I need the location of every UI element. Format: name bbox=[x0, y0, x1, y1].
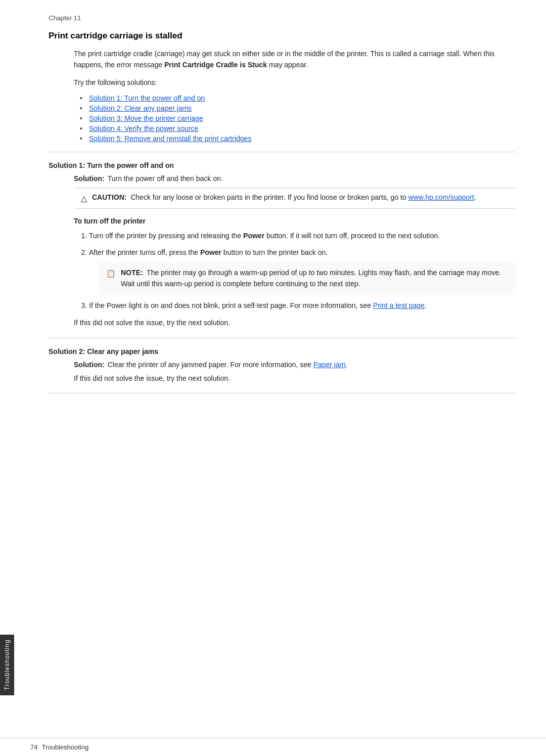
step1-suffix: button. If it will not turn off, proceed… bbox=[264, 232, 440, 240]
sol1-text: Turn the power off and then back on. bbox=[108, 174, 223, 183]
list-item: Solution 1: Turn the power off and on bbox=[89, 94, 516, 102]
sol1-heading: Solution 1: Turn the power off and on bbox=[49, 161, 516, 169]
step2-bold: Power bbox=[200, 248, 221, 256]
solution-1-link[interactable]: Solution 1: Turn the power off and on bbox=[89, 94, 205, 102]
footer-text: Troubleshooting bbox=[41, 743, 88, 751]
note-label: NOTE: bbox=[121, 269, 143, 277]
footer: 74 Troubleshooting bbox=[0, 738, 546, 756]
intro-bold: Print Cartridge Cradle is Stuck bbox=[164, 61, 267, 69]
sol2-text: Clear the printer of any jammed paper. F… bbox=[108, 361, 348, 369]
divider-2 bbox=[49, 338, 516, 338]
step-2: After the printer turns off, press the P… bbox=[89, 247, 516, 295]
sol1-label: Solution: bbox=[74, 174, 105, 183]
footer-page-number: 74 bbox=[30, 743, 37, 751]
sol2-link[interactable]: Paper jam bbox=[313, 361, 346, 369]
sol2-solution: Solution: Clear the printer of any jamme… bbox=[74, 361, 516, 369]
list-item: Solution 4: Verify the power source bbox=[89, 124, 516, 132]
note-content: NOTE: The printer may go through a warm-… bbox=[121, 267, 509, 290]
sol2-heading: Solution 2: Clear any paper jams bbox=[49, 347, 516, 355]
page-title: Print cartridge carriage is stalled bbox=[49, 31, 516, 41]
step1-text: Turn off the printer by pressing and rel… bbox=[89, 232, 243, 240]
step2-text: After the printer turns off, press the bbox=[89, 248, 200, 256]
divider-1 bbox=[49, 152, 516, 152]
note-text: The printer may go through a warm-up per… bbox=[121, 269, 501, 288]
chapter-label: Chapter 11 bbox=[49, 14, 516, 22]
list-item: Solution 3: Move the printer carriage bbox=[89, 114, 516, 122]
step3-suffix: . bbox=[425, 301, 427, 309]
side-tab: Troubleshooting bbox=[0, 635, 14, 695]
solution-4-link[interactable]: Solution 4: Verify the power source bbox=[89, 124, 198, 132]
to-turn-off-heading: To turn off the printer bbox=[74, 217, 516, 225]
step2-suffix: button to turn the printer back on. bbox=[221, 248, 328, 256]
if-not-solved-1: If this did not solve the issue, try the… bbox=[74, 317, 516, 328]
caution-icon: △ bbox=[81, 194, 87, 203]
solution-3-link[interactable]: Solution 3: Move the printer carriage bbox=[89, 114, 203, 122]
note-icon: 📋 bbox=[106, 268, 116, 280]
step-1: Turn off the printer by pressing and rel… bbox=[89, 230, 516, 241]
caution-content: CAUTION: Check for any loose or broken p… bbox=[92, 193, 476, 201]
list-item: Solution 5: Remove and reinstall the pri… bbox=[89, 135, 516, 143]
caution-link[interactable]: www.hp.com/support bbox=[408, 193, 474, 201]
caution-box: △ CAUTION: Check for any loose or broken… bbox=[74, 188, 516, 209]
sol2-label: Solution: bbox=[74, 361, 105, 369]
try-text: Try the following solutions: bbox=[74, 77, 516, 88]
caution-text: Check for any loose or broken parts in t… bbox=[130, 193, 408, 201]
caution-label: CAUTION: bbox=[92, 193, 126, 201]
numbered-steps: Turn off the printer by pressing and rel… bbox=[89, 230, 516, 311]
if-not-solved-2: If this did not solve the issue, try the… bbox=[74, 373, 516, 384]
solutions-list: Solution 1: Turn the power off and on So… bbox=[89, 94, 516, 143]
step-3: If the Power light is on and does not bl… bbox=[89, 300, 516, 311]
list-item: Solution 2: Clear any paper jams bbox=[89, 104, 516, 112]
side-tab-label: Troubleshooting bbox=[4, 640, 11, 691]
step3-link[interactable]: Print a test page bbox=[373, 301, 425, 309]
step1-bold: Power bbox=[243, 232, 264, 240]
caution-suffix: . bbox=[474, 193, 476, 201]
intro-paragraph: The print cartridge cradle (carriage) ma… bbox=[74, 48, 516, 71]
step3-text: If the Power light is on and does not bl… bbox=[89, 301, 373, 309]
intro-suffix: may appear. bbox=[267, 61, 308, 69]
sol2-suffix: . bbox=[345, 361, 347, 369]
solution-5-link[interactable]: Solution 5: Remove and reinstall the pri… bbox=[89, 135, 251, 143]
note-box: 📋 NOTE: The printer may go through a war… bbox=[99, 262, 516, 295]
solution-2-link[interactable]: Solution 2: Clear any paper jams bbox=[89, 104, 192, 112]
divider-3 bbox=[49, 393, 516, 393]
sol1-solution: Solution: Turn the power off and then ba… bbox=[74, 174, 516, 183]
